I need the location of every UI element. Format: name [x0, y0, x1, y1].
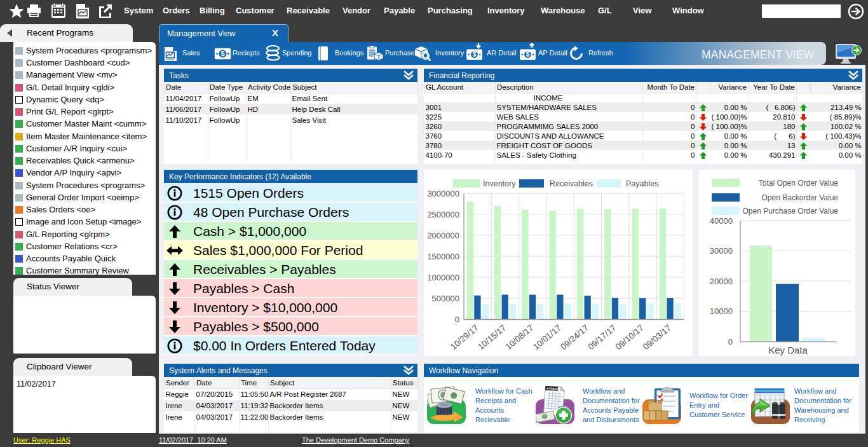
- svg-text:40000: 40000: [710, 216, 733, 226]
- svg-text:Receivables: Receivables: [550, 179, 593, 188]
- svg-text:0: 0: [455, 315, 459, 324]
- svg-text:10/01/17: 10/01/17: [531, 323, 563, 352]
- svg-text:30000: 30000: [710, 246, 733, 256]
- svg-text:$: $: [220, 50, 224, 57]
- svg-text:10/29/17: 10/29/17: [449, 323, 480, 352]
- svg-text:1000000: 1000000: [427, 273, 459, 282]
- svg-text:2500000: 2500000: [427, 210, 459, 219]
- svg-text:09/17/17: 09/17/17: [587, 323, 618, 352]
- svg-text:10000: 10000: [710, 306, 733, 316]
- svg-text:10/15/17: 10/15/17: [476, 323, 508, 352]
- svg-text:500000: 500000: [432, 294, 459, 303]
- svg-text:Payables: Payables: [626, 179, 658, 188]
- svg-text:$: $: [526, 51, 530, 58]
- svg-text:1500000: 1500000: [427, 252, 459, 261]
- svg-text:20000: 20000: [710, 277, 733, 286]
- svg-text:2000000: 2000000: [427, 231, 459, 240]
- svg-text:Key Data: Key Data: [768, 345, 808, 355]
- svg-text:3000000: 3000000: [427, 189, 459, 198]
- svg-text:09/03/17: 09/03/17: [641, 323, 673, 352]
- svg-text:$: $: [473, 51, 477, 58]
- svg-text:0: 0: [728, 337, 733, 347]
- svg-text:09/24/17: 09/24/17: [559, 323, 590, 352]
- svg-text:Inventory: Inventory: [483, 179, 516, 188]
- svg-text:Open Purchase Order Value: Open Purchase Order Value: [742, 207, 838, 216]
- svg-text:Total Open Order Value: Total Open Order Value: [759, 179, 839, 188]
- svg-text:09/10/17: 09/10/17: [614, 323, 646, 352]
- svg-text:10/08/17: 10/08/17: [504, 323, 536, 352]
- svg-text:Open Backorder Value: Open Backorder Value: [761, 193, 838, 202]
